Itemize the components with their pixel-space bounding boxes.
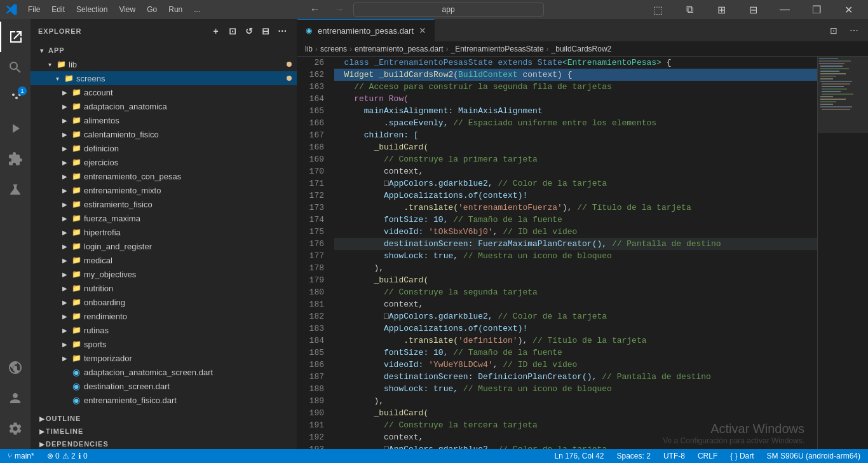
- breadcrumb-screens[interactable]: screens: [320, 45, 347, 53]
- tree-item-adaptacion_anatomica[interactable]: ▶📁adaptacion_anatomica: [31, 99, 297, 113]
- tree-item-login_and_register[interactable]: ▶📁login_and_register: [31, 239, 297, 253]
- errors-label: ⊗ 0: [47, 452, 60, 460]
- tree-item-onboarding[interactable]: ▶📁onboarding: [31, 295, 297, 309]
- device-status[interactable]: SM S906U (android-arm64): [764, 449, 863, 463]
- tree-item-entrenamiento_fisico.dart[interactable]: ◉entrenamiento_fisico.dart: [31, 393, 297, 407]
- tabs-right: ⊡ ⋯: [825, 22, 868, 39]
- new-folder-button[interactable]: ⊡: [226, 24, 240, 38]
- temporizador-label: temporizador: [84, 354, 132, 363]
- tree-item-calentamiento_fisico[interactable]: ▶📁calentamiento_fisico: [31, 127, 297, 141]
- tree-app-section[interactable]: ▾ APP: [31, 43, 297, 57]
- breadcrumb-lib[interactable]: lib: [305, 45, 313, 53]
- tree-item-entrenamiento_con_pesas[interactable]: ▶📁entrenamiento_con_pesas: [31, 169, 297, 183]
- titlebar-search-input[interactable]: [353, 3, 544, 17]
- tree-item-sports[interactable]: ▶📁sports: [31, 337, 297, 351]
- line-ending-status[interactable]: CRLF: [695, 449, 720, 463]
- tree-item-adaptacion_anatomica_screen.dart[interactable]: ◉adaptacion_anatomica_screen.dart: [31, 365, 297, 379]
- activity-extensions-icon[interactable]: [0, 144, 31, 174]
- layout-button[interactable]: ⊞: [707, 0, 736, 19]
- language-status[interactable]: { } Dart: [728, 449, 756, 463]
- menu-edit[interactable]: Edit: [46, 4, 70, 15]
- tab-entrenamiento-pesas[interactable]: ◉ entrenamiento_pesas.dart ✕: [297, 19, 435, 41]
- activity-source-control-icon[interactable]: 1: [0, 83, 31, 113]
- lib-label: lib: [69, 60, 77, 69]
- refresh-button[interactable]: ↺: [242, 24, 256, 38]
- tree-lib-folder[interactable]: ▾ 📁 lib: [31, 57, 297, 71]
- activity-run-icon[interactable]: [0, 113, 31, 144]
- tree-item-my_objectives[interactable]: ▶📁my_objectives: [31, 267, 297, 281]
- tree-item-ejercicios[interactable]: ▶📁ejercicios: [31, 155, 297, 169]
- menu-more[interactable]: ...: [189, 4, 205, 15]
- breadcrumb-method[interactable]: _buildCardsRow2: [552, 45, 612, 53]
- activity-explorer-icon[interactable]: [0, 22, 31, 52]
- tree-item-destination_screen.dart[interactable]: ◉destination_screen.dart: [31, 379, 297, 393]
- tab-close-button[interactable]: ✕: [417, 24, 428, 37]
- entrenamiento_mixto-folder-icon: 📁: [71, 185, 81, 195]
- destination_screen.dart-label: destination_screen.dart: [84, 382, 170, 391]
- tree-item-medical[interactable]: ▶📁medical: [31, 253, 297, 267]
- tree-item-entrenamiento_mixto[interactable]: ▶📁entrenamiento_mixto: [31, 183, 297, 197]
- tree-item-definicion[interactable]: ▶📁definicion: [31, 141, 297, 155]
- account-arrow-icon: ▶: [61, 89, 69, 96]
- menu-run[interactable]: Run: [163, 4, 187, 15]
- calentamiento_fisico-arrow-icon: ▶: [61, 131, 69, 138]
- breadcrumb-class[interactable]: _EntrenamientoPesasState: [451, 45, 543, 53]
- nav-forward-button[interactable]: →: [329, 3, 349, 17]
- outline-section[interactable]: ▶ OUTLINE: [31, 412, 297, 425]
- line-number-176: 176: [297, 238, 324, 250]
- encoding-status[interactable]: UTF-8: [661, 449, 688, 463]
- menu-go[interactable]: Go: [142, 4, 162, 15]
- cursor-position-status[interactable]: Ln 176, Col 42: [552, 449, 606, 463]
- activity-remote-icon[interactable]: [0, 352, 31, 383]
- timeline-section[interactable]: ▶ TIMELINE: [31, 425, 297, 438]
- tree-screens-folder[interactable]: ▾ 📁 screens: [31, 71, 297, 85]
- main-area: 1 EXPLORER + ⊡: [0, 19, 868, 449]
- activity-test-icon[interactable]: [0, 174, 31, 205]
- line-number-173: 173: [297, 202, 324, 214]
- more-actions-tabs-button[interactable]: ⋯: [845, 22, 863, 39]
- menu-view[interactable]: View: [114, 4, 140, 15]
- activity-account-icon[interactable]: [0, 383, 31, 413]
- code-line-181: context,: [334, 298, 817, 310]
- activity-search-icon[interactable]: [0, 52, 31, 83]
- maximize-button[interactable]: ❐: [802, 0, 831, 19]
- tree-item-temporizador[interactable]: ▶📁temporizador: [31, 351, 297, 365]
- git-branch-status[interactable]: ⑂ main*: [5, 449, 37, 463]
- dependencies-section[interactable]: ▶ DEPENDENCIES: [31, 438, 297, 449]
- split-editor-button[interactable]: ⧉: [675, 0, 704, 19]
- more-actions-button[interactable]: ⋯: [275, 24, 289, 38]
- code-line-177: showLock: true, // Muestra un ícono de b…: [334, 250, 817, 262]
- tree-item-alimentos[interactable]: ▶📁alimentos: [31, 113, 297, 127]
- code-line-193: □AppColors.gdarkblue2, // Color de la ta…: [334, 443, 817, 449]
- panel-toggle-button[interactable]: ⬚: [643, 0, 672, 19]
- lib-folder-icon: 📁: [56, 59, 66, 69]
- encoding-label: UTF-8: [663, 452, 685, 460]
- sidebar-actions: + ⊡ ↺ ⊟ ⋯: [209, 24, 289, 38]
- editor-content[interactable]: class _EntrenamientoPesasState extends S…: [329, 57, 817, 449]
- split-editor-right-button[interactable]: ⊡: [825, 22, 843, 39]
- menu-file[interactable]: File: [23, 4, 45, 15]
- menu-selection[interactable]: Selection: [71, 4, 112, 15]
- minimize-button[interactable]: —: [770, 0, 799, 19]
- breadcrumb-file[interactable]: entrenamiento_pesas.dart: [355, 45, 443, 53]
- line-ending-label: CRLF: [698, 452, 717, 460]
- spaces-status[interactable]: Spaces: 2: [614, 449, 653, 463]
- tree-item-estiramiento_fisico[interactable]: ▶📁estiramiento_fisico: [31, 197, 297, 211]
- tree-item-account[interactable]: ▶📁account: [31, 85, 297, 99]
- tree-item-fuerza_maxima[interactable]: ▶📁fuerza_maxima: [31, 211, 297, 225]
- line-number-189: 189: [297, 395, 324, 407]
- customize-button[interactable]: ⊟: [738, 0, 768, 19]
- nav-back-button[interactable]: ←: [305, 3, 325, 17]
- close-button[interactable]: ✕: [834, 0, 863, 19]
- tree-item-hipertrofia[interactable]: ▶📁hipertrofia: [31, 225, 297, 239]
- editor: 2616216316416516616716816917017117217317…: [297, 57, 868, 449]
- tree-item-rutinas[interactable]: ▶📁rutinas: [31, 323, 297, 337]
- line-number-187: 187: [297, 371, 324, 383]
- new-file-button[interactable]: +: [209, 24, 223, 38]
- tree-item-nutrition[interactable]: ▶📁nutrition: [31, 281, 297, 295]
- collapse-all-button[interactable]: ⊟: [259, 24, 273, 38]
- errors-status[interactable]: ⊗ 0 ⚠ 2 ℹ 0: [44, 449, 90, 463]
- tree-item-rendimiento[interactable]: ▶📁rendimiento: [31, 309, 297, 323]
- activity-settings-icon[interactable]: [0, 413, 31, 444]
- code-line-171: □AppColors.gdarkblue2, // Color de la ta…: [334, 177, 817, 190]
